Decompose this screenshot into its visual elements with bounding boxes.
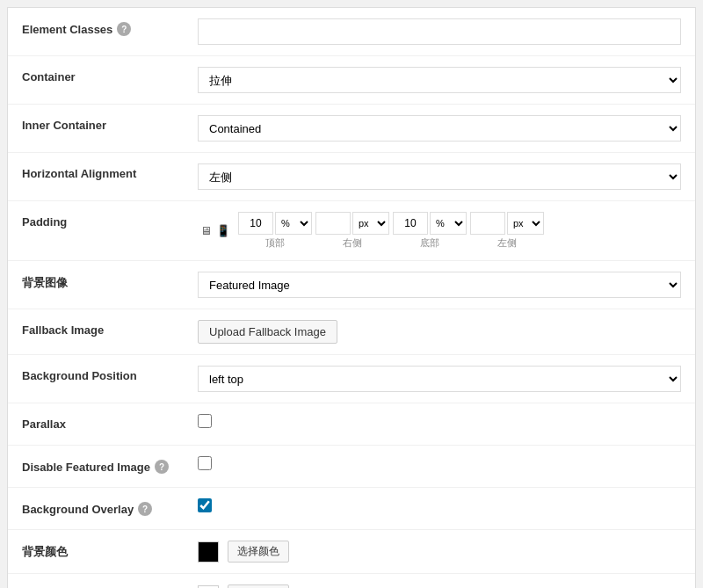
element-classes-control xyxy=(198,18,681,45)
parallax-row: Parallax xyxy=(8,403,695,446)
element-classes-help-icon[interactable]: ? xyxy=(117,22,131,36)
monitor-icon[interactable]: 🖥 xyxy=(198,223,214,239)
padding-bottom-input[interactable] xyxy=(393,212,428,235)
padding-row: Padding 🖥 📱 % px em xyxy=(8,201,695,261)
background-image-select[interactable]: Featured Image None Custom xyxy=(198,272,681,298)
element-classes-row: Element Classes ? xyxy=(8,8,695,56)
text-color-control: 选择颜色 xyxy=(198,584,681,588)
fallback-image-control: Upload Fallback Image xyxy=(198,320,681,344)
disable-featured-image-help-icon[interactable]: ? xyxy=(155,460,169,474)
padding-top-label: 顶部 xyxy=(265,236,285,250)
padding-control: 🖥 📱 % px em 顶部 xyxy=(198,212,681,250)
parallax-checkbox[interactable] xyxy=(198,414,212,428)
horizontal-alignment-label: Horizontal Alignment xyxy=(22,163,198,180)
background-color-control: 选择颜色 xyxy=(198,541,681,563)
parallax-label: Parallax xyxy=(22,414,198,431)
fallback-image-label: Fallback Image xyxy=(22,320,198,337)
padding-bottom-group: % px em 底部 xyxy=(393,212,467,250)
background-image-row: 背景图像 Featured Image None Custom xyxy=(8,261,695,309)
disable-featured-image-row: Disable Featured Image ? xyxy=(8,446,695,488)
background-color-label: 背景颜色 xyxy=(22,541,198,560)
padding-top-group: % px em 顶部 xyxy=(238,212,312,250)
background-image-label: 背景图像 xyxy=(22,272,198,291)
background-color-swatch[interactable] xyxy=(198,541,219,563)
text-color-label: 文本颜色 xyxy=(22,584,198,588)
horizontal-alignment-select[interactable]: 左侧 居中 右侧 xyxy=(198,163,681,190)
padding-top-unit[interactable]: % px em xyxy=(275,212,312,235)
horizontal-alignment-control: 左侧 居中 右侧 xyxy=(198,163,681,190)
background-overlay-checkbox[interactable] xyxy=(198,498,212,512)
text-color-button[interactable]: 选择颜色 xyxy=(228,584,289,588)
inner-container-row: Inner Container Contained Full Width xyxy=(8,105,695,153)
padding-top-input[interactable] xyxy=(238,212,273,235)
padding-right-label: 右侧 xyxy=(343,236,362,250)
background-overlay-label: Background Overlay ? xyxy=(22,498,198,516)
background-position-select[interactable]: left top left center left bottom center … xyxy=(198,366,681,392)
background-color-button[interactable]: 选择颜色 xyxy=(228,541,289,563)
padding-left-unit[interactable]: px % em xyxy=(507,212,544,235)
padding-right-group: px % em 右侧 xyxy=(315,212,389,250)
parallax-control xyxy=(198,414,681,428)
padding-right-input[interactable] xyxy=(315,212,351,235)
padding-bottom-label: 底部 xyxy=(420,236,439,250)
container-row: Container 拉伸 Contained Full Width xyxy=(8,56,695,105)
text-color-swatch[interactable] xyxy=(198,585,219,589)
background-overlay-control xyxy=(198,498,681,512)
fallback-image-row: Fallback Image Upload Fallback Image xyxy=(8,309,695,355)
background-image-control: Featured Image None Custom xyxy=(198,272,681,298)
inner-container-label: Inner Container xyxy=(22,115,198,132)
inner-container-select[interactable]: Contained Full Width xyxy=(198,115,681,142)
element-classes-input[interactable] xyxy=(198,18,681,45)
text-color-row: 文本颜色 选择颜色 xyxy=(8,574,695,588)
disable-featured-image-checkbox[interactable] xyxy=(198,456,212,470)
background-overlay-help-icon[interactable]: ? xyxy=(138,502,152,516)
element-classes-label: Element Classes ? xyxy=(22,18,198,36)
horizontal-alignment-row: Horizontal Alignment 左侧 居中 右侧 xyxy=(8,153,695,201)
padding-right-unit[interactable]: px % em xyxy=(352,212,389,235)
background-position-row: Background Position left top left center… xyxy=(8,355,695,403)
background-position-control: left top left center left bottom center … xyxy=(198,366,681,392)
container-label: Container xyxy=(22,67,198,83)
padding-left-label: 左侧 xyxy=(497,236,517,250)
background-color-row: 背景颜色 选择颜色 xyxy=(8,530,695,574)
disable-featured-image-control xyxy=(198,456,681,470)
mobile-icon[interactable]: 📱 xyxy=(215,223,231,239)
container-select[interactable]: 拉伸 Contained Full Width xyxy=(198,67,681,93)
disable-featured-image-label: Disable Featured Image ? xyxy=(22,456,198,474)
padding-bottom-unit[interactable]: % px em xyxy=(430,212,467,235)
inner-container-control: Contained Full Width xyxy=(198,115,681,142)
container-control: 拉伸 Contained Full Width xyxy=(198,67,681,93)
background-position-label: Background Position xyxy=(22,366,198,382)
background-overlay-row: Background Overlay ? xyxy=(8,488,695,530)
padding-left-group: px % em 左侧 xyxy=(470,212,544,250)
padding-left-input[interactable] xyxy=(470,212,505,235)
padding-label: Padding xyxy=(22,212,198,229)
upload-fallback-button[interactable]: Upload Fallback Image xyxy=(198,320,337,344)
